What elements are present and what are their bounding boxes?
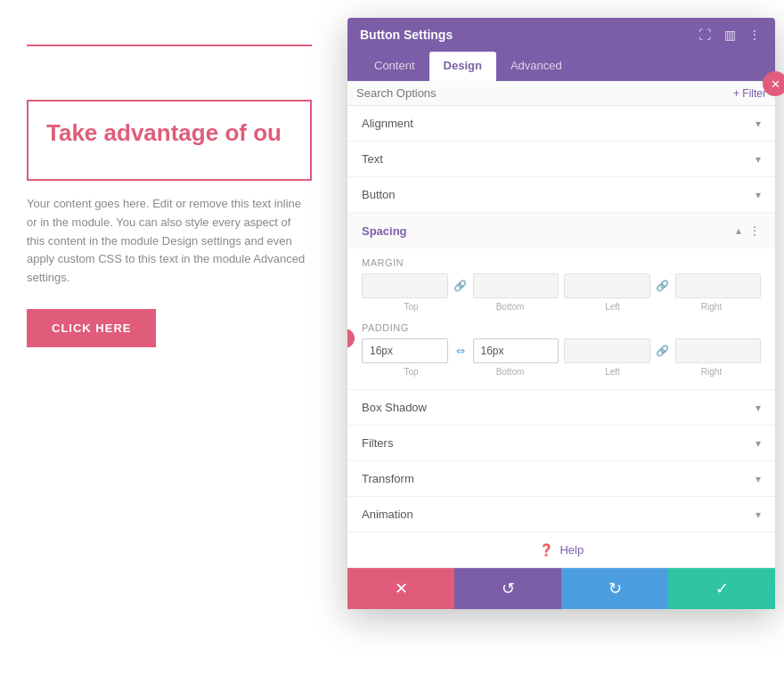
padding-fields: ⇔ 🔗	[362, 338, 761, 363]
click-here-button[interactable]: CLICK HERE	[27, 309, 156, 347]
padding-sublabels: Top Bottom Left Right	[362, 367, 761, 377]
margin-right-input[interactable]	[675, 273, 762, 298]
padding-left-wrap	[564, 338, 650, 363]
margin-label: Margin	[362, 257, 761, 268]
button-settings-panel: Button Settings ⛶ ▥ ⋮ Content Design Adv…	[347, 18, 775, 609]
section-spacing: Spacing ▴ ⋮ Margin 🔗	[347, 213, 775, 390]
animation-chevron: ▾	[755, 508, 761, 521]
padding-link-icon-2[interactable]: 🔗	[654, 338, 672, 363]
margin-link-icon-2[interactable]: 🔗	[654, 273, 672, 298]
padding-bottom-label: Bottom	[461, 367, 559, 377]
padding-leftright-group: 🔗	[564, 338, 761, 363]
number-badge: 1	[347, 329, 355, 348]
box-shadow-label: Box Shadow	[362, 401, 427, 414]
button-label: Button	[362, 188, 396, 201]
margin-top-label: Top	[362, 302, 461, 312]
margin-left-label: Left	[563, 302, 662, 312]
margin-sublabels: Top Bottom Left Right	[362, 302, 761, 312]
panel-close-button[interactable]: ✕	[763, 71, 784, 96]
panel-header-icons: ⛶ ▥ ⋮	[697, 27, 763, 43]
spacing-chevron: ▴	[736, 224, 741, 237]
section-text[interactable]: Text ▾	[347, 142, 775, 177]
filter-button[interactable]: + Filter	[733, 87, 766, 100]
help-label: Help	[559, 543, 584, 557]
padding-top-input[interactable]	[362, 338, 448, 363]
padding-topbottom-group: ⇔	[362, 338, 559, 363]
margin-left-input[interactable]	[564, 273, 650, 298]
canvas-text: Your content goes here. Edit or remove t…	[27, 195, 312, 288]
filters-chevron: ▾	[755, 437, 761, 450]
margin-right-wrap	[675, 273, 762, 298]
padding-bottom-input[interactable]	[473, 338, 559, 363]
box-shadow-chevron: ▾	[755, 402, 761, 414]
tab-advanced[interactable]: Advanced	[496, 52, 576, 82]
canvas-title: Take advantage of ou	[46, 119, 292, 147]
alignment-label: Alignment	[362, 117, 413, 130]
text-chevron: ▾	[755, 153, 761, 166]
padding-right-wrap	[675, 338, 762, 363]
spacing-body: Margin 🔗	[347, 248, 775, 389]
padding-link-icon[interactable]: ⇔	[452, 338, 470, 363]
margin-top-input[interactable]	[362, 273, 448, 298]
panel-footer: ✕ ↺ ↻ ✓	[347, 567, 775, 609]
cancel-button[interactable]: ✕	[347, 568, 454, 609]
panel-body: Alignment ▾ Text ▾ Button ▾ Spacing ▴ ⋮	[347, 106, 775, 567]
padding-left-label: Left	[563, 367, 662, 377]
margin-bottom-input[interactable]	[473, 273, 559, 298]
transform-chevron: ▾	[755, 473, 761, 485]
columns-icon[interactable]: ▥	[722, 27, 738, 43]
spacing-dots-icon[interactable]: ⋮	[748, 224, 761, 238]
canvas-divider	[27, 45, 312, 46]
button-chevron: ▾	[755, 189, 761, 201]
margin-bottom-wrap	[473, 273, 559, 298]
panel-title: Button Settings	[360, 28, 453, 42]
padding-right-input[interactable]	[675, 338, 762, 363]
padding-left-input[interactable]	[564, 338, 650, 363]
canvas-box: Take advantage of ou	[27, 100, 312, 181]
margin-leftright-group: 🔗	[564, 273, 761, 298]
expand-icon[interactable]: ⛶	[697, 27, 713, 43]
animation-label: Animation	[362, 508, 413, 521]
panel-tabs: Content Design Advanced	[347, 52, 775, 81]
padding-top-label: Top	[362, 367, 461, 377]
margin-top-wrap	[362, 273, 448, 298]
section-animation[interactable]: Animation ▾	[347, 497, 775, 533]
panel-search: + Filter	[347, 81, 775, 106]
section-filters[interactable]: Filters ▾	[347, 426, 775, 461]
section-button[interactable]: Button ▾	[347, 177, 775, 213]
margin-fields: 🔗 🔗	[362, 273, 761, 298]
section-box-shadow[interactable]: Box Shadow ▾	[347, 390, 775, 426]
more-icon[interactable]: ⋮	[747, 27, 763, 43]
section-alignment[interactable]: Alignment ▾	[347, 106, 775, 142]
search-input[interactable]	[356, 86, 733, 100]
margin-link-icon[interactable]: 🔗	[452, 273, 470, 298]
padding-top-wrap	[362, 338, 448, 363]
transform-label: Transform	[362, 472, 414, 485]
spacing-header[interactable]: Spacing ▴ ⋮	[347, 213, 775, 248]
panel-header: Button Settings ⛶ ▥ ⋮	[347, 18, 775, 52]
save-button[interactable]: ✓	[668, 568, 775, 609]
text-label: Text	[362, 152, 383, 166]
help-row[interactable]: ❓ Help	[347, 533, 775, 567]
margin-left-wrap	[564, 273, 650, 298]
filters-label: Filters	[362, 436, 393, 450]
tab-content[interactable]: Content	[360, 52, 429, 82]
padding-label: Padding	[362, 322, 761, 333]
spacing-label: Spacing	[362, 224, 407, 238]
margin-bottom-label: Bottom	[461, 302, 559, 312]
help-icon: ❓	[539, 543, 553, 557]
margin-topbottom-group: 🔗	[362, 273, 559, 298]
spacing-header-icons: ▴ ⋮	[736, 224, 761, 238]
padding-bottom-wrap	[473, 338, 559, 363]
redo-button[interactable]: ↻	[561, 568, 668, 609]
alignment-chevron: ▾	[755, 118, 761, 130]
padding-right-label: Right	[662, 367, 761, 377]
undo-button[interactable]: ↺	[454, 568, 561, 609]
margin-right-label: Right	[662, 302, 761, 312]
tab-design[interactable]: Design	[429, 52, 496, 82]
section-transform[interactable]: Transform ▾	[347, 461, 775, 497]
